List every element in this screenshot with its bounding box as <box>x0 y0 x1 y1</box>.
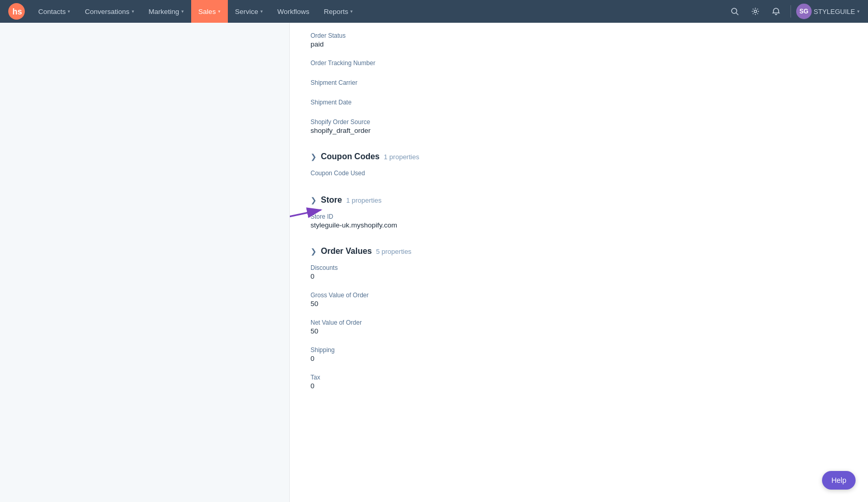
nav-workflows[interactable]: Workflows <box>270 0 317 23</box>
nav-divider <box>791 5 791 18</box>
order-status-value: paid <box>311 40 847 48</box>
content-inner: Order Status paid Order Tracking Number … <box>290 23 868 422</box>
chevron-down-icon: ▾ <box>132 9 134 14</box>
avatar[interactable]: SG <box>796 4 812 19</box>
net-value-row: Net Value of Order 50 <box>311 315 847 342</box>
store-count: 1 properties <box>346 196 382 204</box>
net-value-value: 50 <box>311 327 847 335</box>
order-tracking-row: Order Tracking Number <box>311 55 847 75</box>
above-fold-section: Order Status paid Order Tracking Number … <box>311 28 847 142</box>
chevron-down-icon: ▾ <box>218 9 221 14</box>
store-id-value: styleguile-uk.myshopify.com <box>311 221 847 229</box>
nav-reports[interactable]: Reports ▾ <box>317 0 360 23</box>
nav-conversations[interactable]: Conversations ▾ <box>78 0 141 23</box>
settings-button[interactable] <box>746 2 765 21</box>
order-values-body: Discounts 0 Gross Value of Order 50 Net … <box>311 260 847 397</box>
store-title: Store <box>321 195 342 205</box>
net-value-label: Net Value of Order <box>311 319 847 326</box>
hubspot-logo[interactable]: hs <box>8 3 25 20</box>
order-values-count: 5 properties <box>376 248 412 255</box>
shopify-order-source-value: shopify_draft_order <box>311 127 847 134</box>
discounts-label: Discounts <box>311 264 847 271</box>
coupon-codes-title: Coupon Codes <box>321 152 380 161</box>
shipping-row: Shipping 0 <box>311 342 847 370</box>
chevron-down-icon: ▾ <box>857 9 860 14</box>
gross-value-value: 50 <box>311 300 847 308</box>
store-header: ❯ Store 1 properties <box>311 189 847 209</box>
nav-contacts[interactable]: Contacts ▾ <box>31 0 78 23</box>
svg-text:hs: hs <box>12 7 22 16</box>
discounts-value: 0 <box>311 272 847 280</box>
store-section: ❯ Store 1 properties Store ID styleguile… <box>311 189 847 236</box>
order-values-header: ❯ Order Values 5 properties <box>311 240 847 260</box>
top-navigation: hs Contacts ▾ Conversations ▾ Marketing … <box>0 0 868 23</box>
shopify-order-source-label: Shopify Order Source <box>311 118 847 126</box>
tax-row: Tax 0 <box>311 370 847 397</box>
shipment-date-row: Shipment Date <box>311 95 847 114</box>
chevron-down-icon: ▾ <box>181 9 184 14</box>
store-id-label: Store ID <box>311 213 847 220</box>
coupon-codes-body: Coupon Code Used <box>311 165 847 185</box>
coupon-code-used-row: Coupon Code Used <box>311 165 847 185</box>
tax-label: Tax <box>311 374 847 381</box>
coupon-codes-count: 1 properties <box>384 153 420 161</box>
order-values-title: Order Values <box>321 247 372 256</box>
above-fold-body: Order Status paid Order Tracking Number … <box>311 28 847 142</box>
chevron-down-icon: ▾ <box>350 9 353 14</box>
coupon-code-used-label: Coupon Code Used <box>311 170 847 177</box>
shipment-carrier-label: Shipment Carrier <box>311 79 847 86</box>
page-wrapper: Order Status paid Order Tracking Number … <box>0 0 868 502</box>
store-id-row: Store ID styleguile-uk.myshopify.com <box>311 209 847 236</box>
order-status-row: Order Status paid <box>311 28 847 55</box>
nav-items: Contacts ▾ Conversations ▾ Marketing ▾ S… <box>31 0 725 23</box>
order-values-section: ❯ Order Values 5 properties Discounts 0 … <box>311 240 847 397</box>
section-collapse-coupon-codes[interactable]: ❯ <box>311 153 317 161</box>
shipment-carrier-row: Shipment Carrier <box>311 75 847 95</box>
shipment-date-label: Shipment Date <box>311 99 847 106</box>
gross-value-row: Gross Value of Order 50 <box>311 287 847 315</box>
section-collapse-store[interactable]: ❯ <box>311 196 317 204</box>
svg-point-2 <box>732 8 737 13</box>
discounts-row: Discounts 0 <box>311 260 847 287</box>
shipping-label: Shipping <box>311 346 847 354</box>
main-content: Order Status paid Order Tracking Number … <box>289 23 868 502</box>
nav-right-actions: SG STYLEGUILE ▾ <box>725 2 860 21</box>
nav-service[interactable]: Service ▾ <box>228 0 270 23</box>
shopify-order-source-row: Shopify Order Source shopify_draft_order <box>311 114 847 142</box>
order-status-label: Order Status <box>311 32 847 39</box>
nav-sales[interactable]: Sales ▾ <box>191 0 228 23</box>
section-collapse-order-values[interactable]: ❯ <box>311 247 317 255</box>
help-button[interactable]: Help <box>822 471 856 490</box>
notifications-button[interactable] <box>767 2 785 21</box>
coupon-codes-header: ❯ Coupon Codes 1 properties <box>311 146 847 165</box>
chevron-down-icon: ▾ <box>68 9 70 14</box>
shipping-value: 0 <box>311 355 847 362</box>
annotation-arrow <box>290 205 331 233</box>
nav-marketing[interactable]: Marketing ▾ <box>142 0 191 23</box>
user-menu[interactable]: STYLEGUILE ▾ <box>814 8 860 16</box>
coupon-codes-section: ❯ Coupon Codes 1 properties Coupon Code … <box>311 146 847 185</box>
search-button[interactable] <box>725 2 744 21</box>
store-body: Store ID styleguile-uk.myshopify.com <box>311 209 847 236</box>
tax-value: 0 <box>311 382 847 390</box>
left-panel <box>0 23 289 502</box>
svg-point-4 <box>754 10 756 13</box>
order-tracking-label: Order Tracking Number <box>311 59 847 67</box>
svg-line-3 <box>736 13 738 15</box>
gross-value-label: Gross Value of Order <box>311 292 847 299</box>
chevron-down-icon: ▾ <box>260 9 263 14</box>
